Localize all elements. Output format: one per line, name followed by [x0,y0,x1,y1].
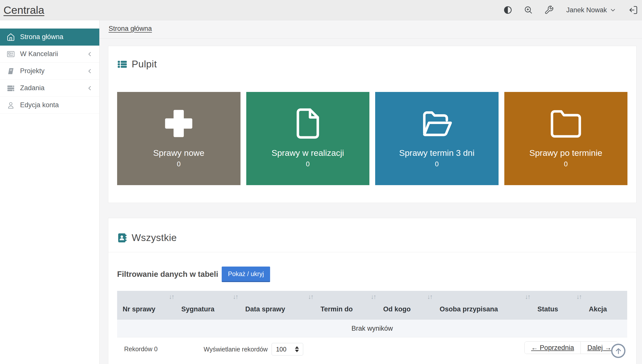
select-spinner-icon [295,346,299,352]
empty-results-text: Brak wyników [351,325,393,332]
tile-count: 0 [306,160,310,168]
contrast-icon[interactable] [503,5,513,15]
sidebar-item-zadania[interactable]: Zadania [0,80,99,97]
column-header-status[interactable]: Status↓↑ [532,291,583,320]
page-size-control: Wyświetlanie rekordów 100 [204,343,303,355]
all-cases-title: Wszystkie [132,232,177,243]
pagination: ← Poprzednia Dalej → [524,341,618,354]
tile-sprawy-termin-3-dni[interactable]: Sprawy termin 3 dni0 [375,92,499,185]
tile-sprawy-nowe[interactable]: Sprawy nowe0 [117,92,240,185]
main-content: Strona główna Pulpit Sprawy nowe0Sprawy … [100,20,642,364]
chevron-left-icon [86,51,93,58]
column-header-nr-sprawy[interactable]: Nr sprawy↓↑ [117,291,176,320]
column-header-termin-do[interactable]: Termin do↓↑ [315,291,378,320]
chevron-down-icon [610,7,616,13]
column-label: Od kogo [383,305,411,313]
folder-icon [548,92,584,142]
column-label: Osoba przypisana [440,305,498,313]
plus-icon [160,92,197,142]
dashboard-card: Pulpit Sprawy nowe0Sprawy w realizacji0S… [108,46,636,203]
column-header-osoba-przypisana[interactable]: Osoba przypisana↓↑ [434,291,532,320]
all-cases-header: Wszystkie [117,232,177,243]
sidebar: Strona głównaW KancelariiProjektyZadania… [0,20,100,364]
cases-table: Nr sprawy↓↑Sygnatura↓↑Data sprawy↓↑Termi… [117,291,627,364]
scroll-to-top-button[interactable] [611,344,625,358]
wrench-icon[interactable] [544,5,554,15]
sidebar-item-strona-glowna[interactable]: Strona główna [0,29,99,46]
filter-label: Filtrowanie danych w tabeli [117,270,218,279]
sidebar-item-w-kancelarii[interactable]: W Kancelarii [0,46,99,63]
table-header-row: Nr sprawy↓↑Sygnatura↓↑Data sprawy↓↑Termi… [117,291,627,320]
sidebar-item-label: Projekty [20,67,45,75]
sort-icon[interactable]: ↓↑ [371,293,376,301]
folder-open-icon [419,92,455,142]
tile-sprawy-w-realizacji[interactable]: Sprawy w realizacji0 [246,92,370,185]
records-count: Rekordów 0 [124,345,157,353]
address-book-icon [117,233,127,243]
column-header-sygnatura[interactable]: Sygnatura↓↑ [176,291,240,320]
dashboard-title: Pulpit [132,59,157,70]
column-header-od-kogo[interactable]: Od kogo↓↑ [378,291,434,320]
newspaper-icon [7,50,15,58]
tile-sprawy-po-terminie[interactable]: Sprawy po terminie0 [504,92,628,185]
tile-label: Sprawy w realizacji [272,148,344,158]
zoom-in-icon[interactable] [524,5,533,15]
page-size-label: Wyświetlanie rekordów [204,346,268,353]
sidebar-item-label: Strona główna [20,33,63,41]
column-label: Data sprawy [245,305,285,313]
column-label: Status [537,305,558,313]
column-label: Akcja [589,305,607,313]
th-list-icon [117,59,127,69]
section-divider [108,252,636,252]
chevron-left-icon [86,85,93,92]
sort-icon[interactable]: ↓↑ [233,293,238,301]
arrow-up-icon [614,347,623,355]
sidebar-nav: Strona głównaW KancelariiProjektyZadania… [0,28,99,114]
tile-count: 0 [435,160,439,168]
book-icon [7,67,15,75]
table-footer: Rekordów 0 Wyświetlanie rekordów 100 ← P… [117,337,627,364]
filter-row: Filtrowanie danych w tabeli Pokaż / ukry… [117,267,270,282]
table-empty-row: Brak wyników [117,320,627,337]
page-size-select[interactable]: 100 [272,343,303,355]
server-icon [7,84,15,92]
dashboard-tiles: Sprawy nowe0Sprawy w realizacji0Sprawy t… [117,92,627,185]
sort-icon[interactable]: ↓↑ [427,293,432,301]
sidebar-item-projekty[interactable]: Projekty [0,63,99,80]
sidebar-item-edycja-konta[interactable]: Edycja konta [0,97,99,114]
all-cases-card: Wszystkie Filtrowanie danych w tabeli Po… [108,218,636,364]
show-hide-filters-button[interactable]: Pokaż / ukryj [222,267,270,282]
user-icon [7,101,15,109]
chevron-left-icon [86,68,93,75]
tile-label: Sprawy nowe [153,148,204,158]
home-icon [7,33,15,41]
sort-icon[interactable]: ↓↑ [308,293,313,301]
user-menu[interactable]: Janek Nowak [566,6,616,14]
tile-label: Sprawy po terminie [529,148,602,158]
tile-label: Sprawy termin 3 dni [399,148,474,158]
file-icon [290,92,326,142]
breadcrumb[interactable]: Strona główna [109,25,152,33]
content-divider [100,38,642,39]
dashboard-header: Pulpit [117,59,157,70]
sort-icon[interactable]: ↓↑ [169,293,174,301]
sidebar-item-label: W Kancelarii [20,50,58,58]
tile-count: 0 [564,160,568,168]
topbar: Centrala Janek Nowak [0,0,642,20]
brand-link[interactable]: Centrala [4,4,44,16]
logout-icon[interactable] [628,5,638,15]
sidebar-item-label: Edycja konta [20,101,59,109]
topbar-actions: Janek Nowak [503,5,642,15]
column-label: Termin do [320,305,353,313]
user-name: Janek Nowak [566,6,607,14]
page-size-value: 100 [276,346,286,353]
sort-icon[interactable]: ↓↑ [576,293,581,301]
sidebar-item-label: Zadania [20,84,45,92]
column-label: Sygnatura [181,305,214,313]
tile-count: 0 [177,160,181,168]
column-header-akcja: Akcja [583,291,627,320]
column-label: Nr sprawy [123,305,155,313]
column-header-data-sprawy[interactable]: Data sprawy↓↑ [240,291,315,320]
sort-icon[interactable]: ↓↑ [525,293,530,301]
previous-page-button[interactable]: ← Poprzednia [525,342,581,354]
